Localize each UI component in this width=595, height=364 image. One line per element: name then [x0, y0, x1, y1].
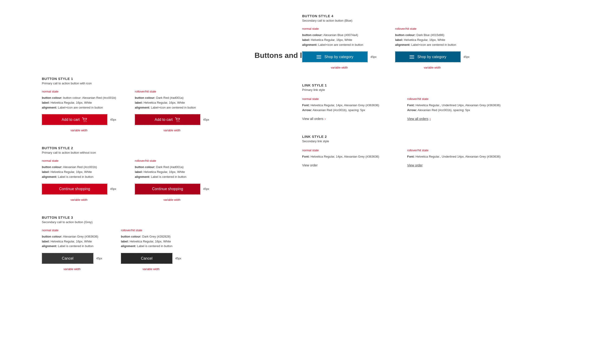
bs4-rollover-demo: Shop by category — [395, 51, 461, 62]
ls2-title: LINK STYLE 2 — [302, 135, 576, 139]
bs1-rollover-demo-wrap: Add to cart 45px — [135, 114, 209, 125]
bs3-normal-demo: Cancel — [42, 253, 93, 264]
view-order-normal-link[interactable]: View order — [302, 164, 379, 167]
ls2-variants: normal state Font: Helvetica Regular, 14… — [302, 149, 576, 167]
hamburger-icon-normal — [317, 55, 321, 59]
cart-icon — [82, 117, 88, 122]
ls1-rollover-desc: Font: Helvetica Regular., Underlined 14p… — [407, 103, 501, 113]
svg-point-0 — [84, 121, 84, 122]
bs4-normal-variant: normal state button colour: Alexanian Bl… — [302, 27, 376, 69]
bs2-rollover-state-label: rollover/hit state — [135, 159, 209, 163]
bs1-rollover-btn-label: Add to cart — [155, 118, 172, 122]
bs1-normal-demo: Add to cart — [42, 114, 107, 125]
bs3-rollover-variant: rollover/hit state button colour: Dark G… — [121, 228, 181, 271]
bs3-normal-varwidth: variable width — [42, 268, 102, 271]
cancel-rollover-button[interactable]: Cancel — [121, 253, 172, 264]
ls1-normal-link-label: View all orders — [302, 117, 324, 121]
bs2-rollover-demo: Continue shopping — [135, 184, 200, 194]
bs1-normal-state-label: normal state — [42, 90, 116, 93]
shop-by-category-rollover-button[interactable]: Shop by category — [395, 52, 460, 62]
ls2-rollover-desc: Font: Helvetica Regular., Underlined 14p… — [407, 154, 501, 159]
bs4-rollover-demo-wrap: Shop by category 45px — [395, 51, 469, 62]
bs4-rollover-varwidth: variable width — [395, 66, 469, 69]
bs1-subtitle: Primary call to action button with icon — [42, 82, 274, 85]
bs4-rollover-btn-label: Shop by category — [418, 55, 446, 59]
button-style-2-block: BUTTON STYLE 2 Primary call to action bu… — [42, 146, 274, 201]
bs4-normal-btn-label: Shop by category — [325, 55, 354, 59]
bs4-rollover-px: 45px — [463, 55, 469, 59]
ls1-title: LINK STYLE 1 — [302, 83, 576, 87]
bs1-title: BUTTON STYLE 1 — [42, 77, 274, 81]
hamburger-icon-rollover — [410, 55, 414, 59]
bs1-normal-desc: button colour: button colour: Alexanian … — [42, 96, 116, 110]
ls1-normal-state-label: normal state — [302, 97, 379, 101]
bs1-normal-varwidth: variable width — [42, 129, 116, 132]
cancel-normal-button[interactable]: Cancel — [42, 253, 93, 264]
ls1-variants: normal state Font: Helvetica Regular, 14… — [302, 97, 576, 121]
ls1-normal-desc: Font: Helvetica Regular, 14px, Alexanian… — [302, 103, 379, 113]
bs3-normal-btn-label: Cancel — [62, 256, 73, 261]
bs1-variants: normal state button colour: button colou… — [42, 90, 274, 132]
bs1-normal-btn-label: Add to cart — [62, 118, 79, 122]
link-arrow-rollover: › — [430, 117, 431, 121]
cart-icon-rollover — [175, 117, 181, 122]
bs2-rollover-variant: rollover/hit state button colour: Dark R… — [135, 159, 209, 201]
svg-point-2 — [177, 121, 177, 122]
page: Buttons and links states BUTTON STYLE 1 … — [0, 0, 595, 364]
svg-point-1 — [85, 121, 86, 122]
add-to-cart-rollover-button[interactable]: Add to cart — [135, 114, 200, 125]
ls1-subtitle: Primary link style — [302, 88, 576, 92]
add-to-cart-normal-button[interactable]: Add to cart — [42, 114, 107, 125]
ls2-normal-link-label: View order — [302, 164, 318, 167]
ls2-rollover-variant: rollover/hit state Font: Helvetica Regul… — [407, 149, 501, 167]
button-style-4-block: BUTTON STYLE 4 Secondary call to action … — [302, 14, 576, 69]
link-arrow-normal: › — [325, 117, 326, 121]
bs3-normal-demo-wrap: Cancel 45px — [42, 253, 102, 264]
shop-by-category-normal-button[interactable]: Shop by category — [302, 52, 368, 62]
bs4-rollover-state-label: rollover/hit state — [395, 27, 469, 30]
bs2-subtitle: Primary call to action button without ic… — [42, 151, 274, 154]
bs4-rollover-desc: button colour: Dark Blue (#015d86) label… — [395, 33, 469, 47]
button-style-3-block: BUTTON STYLE 3 Secondary call to action … — [42, 215, 274, 271]
right-section: BUTTON STYLE 4 Secondary call to action … — [302, 9, 576, 181]
continue-shopping-rollover-button[interactable]: Continue shopping — [135, 184, 200, 194]
ls2-normal-state-label: normal state — [302, 149, 379, 152]
ls2-normal-desc: Font: Helvetica Regular, 14px, Alexanian… — [302, 154, 379, 159]
bs1-normal-demo-wrap: Add to cart 45px — [42, 114, 116, 125]
view-all-orders-rollover-link[interactable]: View all orders › — [407, 117, 501, 121]
link-style-2-block: LINK STYLE 2 Secondary link style normal… — [302, 135, 576, 167]
link-style-1-block: LINK STYLE 1 Primary link style normal s… — [302, 83, 576, 121]
bs3-variants: normal state button colour: Alexanian Gr… — [42, 228, 274, 271]
bs2-normal-demo: Continue shopping — [42, 184, 107, 194]
ls1-normal-variant: normal state Font: Helvetica Regular, 14… — [302, 97, 379, 121]
bs4-normal-varwidth: variable width — [302, 66, 376, 69]
view-all-orders-normal-link[interactable]: View all orders › — [302, 117, 379, 121]
bs3-normal-px: 45px — [96, 257, 102, 260]
ls1-rollover-link-label: View all orders — [407, 117, 429, 121]
bs3-rollover-state-label: rollover/hit state — [121, 228, 181, 232]
bs3-subtitle: Secondary call to action button (Grey) — [42, 220, 274, 224]
bs2-normal-btn-label: Continue shopping — [59, 187, 90, 191]
bs4-normal-desc: button colour: Alexanian Blue (#0074a4) … — [302, 33, 376, 47]
bs2-rollover-desc: button colour: Dark Red (#ad001a) label:… — [135, 165, 209, 179]
bs2-normal-desc: button colour: Alexanian Red (#cc001b) l… — [42, 165, 116, 179]
ls2-subtitle: Secondary link style — [302, 139, 576, 143]
bs2-normal-varwidth: variable width — [42, 198, 116, 201]
ls2-rollover-state-label: rollover/hit state — [407, 149, 501, 152]
bs2-rollover-varwidth: variable width — [135, 198, 209, 201]
bs3-rollover-demo-wrap: Cancel 45px — [121, 253, 181, 264]
bs4-rollover-variant: rollover/hit state button colour: Dark B… — [395, 27, 469, 69]
bs3-title: BUTTON STYLE 3 — [42, 215, 274, 219]
bs3-rollover-px: 45px — [175, 257, 181, 260]
bs1-rollover-state-label: rollover/hit state — [135, 90, 209, 93]
bs3-rollover-desc: button colour: Dark Grey (#282828) label… — [121, 234, 181, 249]
bs1-rollover-px: 45px — [203, 118, 209, 121]
bs1-rollover-demo: Add to cart — [135, 114, 200, 125]
bs3-rollover-btn-label: Cancel — [141, 256, 152, 261]
view-order-rollover-link[interactable]: View order — [407, 164, 501, 167]
button-style-1-block: BUTTON STYLE 1 Primary call to action bu… — [42, 77, 274, 132]
continue-shopping-normal-button[interactable]: Continue shopping — [42, 184, 107, 194]
bs4-normal-px: 45px — [370, 55, 376, 59]
bs2-normal-variant: normal state button colour: Alexanian Re… — [42, 159, 116, 201]
bs3-rollover-demo: Cancel — [121, 253, 172, 264]
